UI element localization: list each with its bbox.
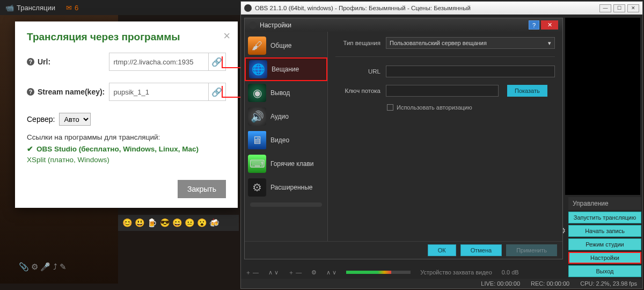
add-source-button[interactable]: ＋ —: [288, 269, 302, 277]
mixer-bar: ＋ — ∧ ∨ ＋ — ⚙ ∧ ∨ Устройство захвата вид…: [242, 267, 641, 278]
xsplit-link[interactable]: XSplit (платно, Windows): [27, 156, 226, 164]
url-label: ?Url:: [27, 57, 109, 66]
settings-button[interactable]: Настройки: [568, 252, 641, 264]
ok-button[interactable]: ОК: [428, 244, 456, 256]
obs-url-input[interactable]: [386, 66, 555, 77]
toolbar-icons: 📎 ⚙ 🎤 ⤴ ✎: [19, 262, 67, 272]
obs-icon: [244, 4, 252, 12]
check-icon: ✔: [27, 144, 33, 153]
controls-heading: Управление: [568, 197, 641, 210]
auth-checkbox[interactable]: [387, 104, 393, 111]
chevron-down-icon: ▾: [548, 40, 551, 47]
add-source-button[interactable]: ＋ —: [245, 269, 259, 277]
nav-hotkeys[interactable]: ⌨Горячие клави: [245, 152, 327, 176]
close-button[interactable]: ✕: [627, 4, 639, 12]
settings-form: Тип вещания Пользовательский сервер веща…: [328, 32, 562, 241]
help-icon[interactable]: ?: [27, 88, 34, 96]
start-stream-button[interactable]: Запустить трансляцию: [568, 212, 641, 223]
close-icon[interactable]: ×: [223, 29, 230, 43]
auth-label: Использовать авторизацию: [397, 104, 472, 111]
nav-video[interactable]: 🖥Видео: [245, 128, 327, 152]
nav-advanced[interactable]: ⚙Расширенные: [245, 176, 327, 199]
status-bar: LIVE: 00:00:00 REC: 00:00:00 CPU: 2.2%, …: [241, 279, 642, 288]
nav-output[interactable]: ◉Вывод: [245, 81, 327, 105]
emoji-row: 😊 😃 🍺 😎 😄 😐 😮 🍻: [118, 215, 239, 231]
url-label: URL: [335, 68, 380, 75]
help-button[interactable]: ?: [529, 20, 539, 30]
key-label: Ключ потока: [335, 88, 380, 94]
preview-area[interactable]: [565, 18, 640, 195]
status-cpu: CPU: 2.2%, 23.98 fps: [580, 280, 637, 287]
modal-title: Трансляция через программы: [27, 31, 226, 43]
controls-panel: Управление Запустить трансляцию Начать з…: [568, 197, 641, 277]
obs-title: OBS 21.1.0 (64bit, windows) - Профиль: Б…: [255, 5, 471, 11]
url-input[interactable]: [109, 53, 209, 71]
apply-button[interactable]: Применить: [506, 244, 557, 256]
settings-title: Настройки: [260, 21, 291, 29]
mixer-db: 0.0 dB: [502, 269, 519, 276]
obs-key-input[interactable]: [386, 85, 499, 97]
status-live: LIVE: 00:00:00: [481, 280, 520, 287]
nav-stream[interactable]: 🌐Вещание: [245, 57, 327, 81]
audio-slider[interactable]: [346, 271, 411, 274]
server-select[interactable]: Авто: [59, 113, 91, 126]
start-record-button[interactable]: Начать запись: [568, 225, 641, 237]
scrollbar[interactable]: [250, 202, 322, 207]
obs-link[interactable]: ✔OBS Studio (бесплатно, Windows, Linux, …: [27, 144, 226, 153]
show-key-button[interactable]: Показать: [507, 85, 547, 97]
key-label: ?Stream name(key):: [27, 88, 109, 96]
obs-titlebar[interactable]: OBS 21.1.0 (64bit, windows) - Профиль: Б…: [241, 2, 642, 15]
settings-titlebar[interactable]: Настройки ? ✕: [245, 18, 562, 32]
settings-nav: 🖌Общие 🌐Вещание ◉Вывод 🔊Аудио 🖥Видео ⌨Го…: [245, 32, 328, 241]
nav-audio[interactable]: 🔊Аудио: [245, 105, 327, 128]
mail-indicator[interactable]: ✉6: [66, 4, 78, 12]
settings-dialog: Настройки ? ✕ 🖌Общие 🌐Вещание ◉Вывод 🔊Ау…: [244, 18, 563, 259]
help-icon[interactable]: ?: [27, 58, 34, 66]
stream-key-input[interactable]: [109, 83, 209, 101]
stream-type-label: Тип вещания: [335, 40, 380, 46]
obs-icon: [249, 21, 257, 29]
links-heading: Ссылки на программы для трансляций:: [27, 133, 226, 141]
copy-key-button[interactable]: 🔗: [209, 83, 226, 101]
stream-type-select[interactable]: Пользовательский сервер вещания▾: [386, 37, 555, 49]
minimize-button[interactable]: —: [599, 4, 611, 12]
maximize-button[interactable]: ☐: [613, 4, 625, 12]
nav-general[interactable]: 🖌Общие: [245, 34, 327, 57]
tab-broadcasts[interactable]: 📹 Трансляции: [5, 4, 55, 12]
stream-programs-modal: × Трансляция через программы ?Url: 🔗 ?St…: [15, 21, 238, 208]
studio-mode-button[interactable]: Режим студии: [568, 238, 641, 250]
close-button[interactable]: ✕: [541, 20, 558, 30]
close-button[interactable]: Закрыть: [178, 180, 226, 198]
cancel-button[interactable]: Отмена: [460, 244, 502, 256]
mixer-device: Устройство захвата видео: [420, 269, 492, 276]
server-label: Сервер:: [27, 115, 55, 124]
obs-window: OBS 21.1.0 (64bit, windows) - Профиль: Б…: [240, 1, 643, 289]
gear-icon[interactable]: ⚙: [311, 269, 317, 276]
status-rec: REC: 00:00:00: [531, 280, 569, 287]
